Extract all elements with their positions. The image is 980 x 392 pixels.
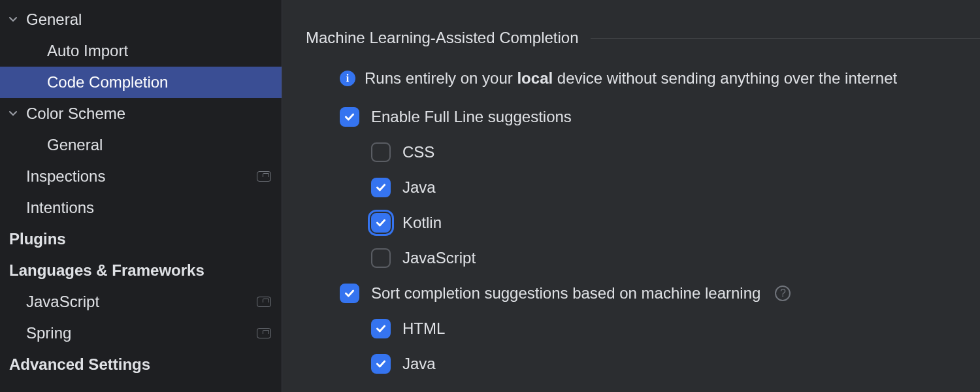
language-checkbox-row: Kotlin bbox=[371, 213, 980, 233]
settings-sidebar: GeneralAuto ImportCode CompletionColor S… bbox=[0, 0, 282, 392]
help-icon[interactable]: ? bbox=[775, 286, 791, 301]
info-icon: i bbox=[340, 71, 355, 86]
checkbox[interactable] bbox=[371, 213, 391, 233]
checkbox-label: Enable Full Line suggestions bbox=[371, 108, 572, 126]
sidebar-item[interactable]: Auto Import bbox=[0, 35, 282, 67]
section-header: Machine Learning-Assisted Completion bbox=[306, 29, 980, 47]
chevron-down-icon bbox=[8, 108, 18, 119]
checkbox[interactable] bbox=[371, 142, 391, 162]
checkbox[interactable] bbox=[371, 354, 391, 374]
language-checkbox-row: HTML bbox=[371, 319, 980, 338]
sidebar-item-label: Plugins bbox=[9, 230, 271, 248]
sidebar-item[interactable]: Plugins bbox=[0, 223, 282, 255]
sidebar-item[interactable]: Languages & Frameworks bbox=[0, 255, 282, 286]
section-title: Machine Learning-Assisted Completion bbox=[306, 29, 579, 47]
sidebar-item-label: General bbox=[26, 10, 271, 29]
checkbox-label: CSS bbox=[402, 143, 434, 161]
sidebar-item-label: Advanced Settings bbox=[9, 355, 271, 374]
sort-ml-row: Sort completion suggestions based on mac… bbox=[340, 284, 980, 303]
checkbox[interactable] bbox=[340, 284, 359, 303]
sidebar-item[interactable]: JavaScript bbox=[0, 286, 282, 318]
scope-badge-icon bbox=[257, 328, 271, 338]
language-checkbox-row: CSS bbox=[371, 142, 980, 162]
sidebar-item-label: Languages & Frameworks bbox=[9, 261, 271, 280]
checkbox-label: Java bbox=[402, 355, 436, 373]
language-checkbox-row: Java bbox=[371, 178, 980, 197]
checkbox-label: Kotlin bbox=[402, 214, 442, 232]
sidebar-item-label: Auto Import bbox=[47, 42, 271, 60]
checkbox[interactable] bbox=[371, 319, 391, 338]
checkbox[interactable] bbox=[371, 248, 391, 268]
divider bbox=[591, 38, 980, 39]
language-checkbox-row: JavaScript bbox=[371, 248, 980, 268]
checkbox[interactable] bbox=[340, 107, 359, 127]
settings-panel: Machine Learning-Assisted Completion i R… bbox=[282, 0, 980, 392]
sidebar-item-label: Intentions bbox=[26, 199, 271, 217]
sidebar-item[interactable]: Inspections bbox=[0, 161, 282, 192]
info-text: Runs entirely on your local device witho… bbox=[365, 69, 897, 88]
sidebar-item-label: Inspections bbox=[26, 167, 257, 186]
checkbox[interactable] bbox=[371, 178, 391, 197]
sidebar-item[interactable]: Advanced Settings bbox=[0, 349, 282, 380]
sidebar-item[interactable]: General bbox=[0, 4, 282, 35]
checkbox-label: HTML bbox=[402, 319, 445, 338]
sidebar-item[interactable]: Intentions bbox=[0, 192, 282, 223]
sidebar-item[interactable]: Color Scheme bbox=[0, 98, 282, 129]
info-row: i Runs entirely on your local device wit… bbox=[340, 69, 980, 88]
sidebar-item-label: General bbox=[47, 136, 271, 154]
sidebar-item-label: Spring bbox=[26, 324, 257, 342]
language-checkbox-row: Java bbox=[371, 354, 980, 374]
checkbox-label: Java bbox=[402, 178, 436, 197]
sidebar-item[interactable]: Spring bbox=[0, 318, 282, 349]
checkbox-label: JavaScript bbox=[402, 249, 476, 267]
sidebar-item-label: JavaScript bbox=[26, 293, 257, 311]
scope-badge-icon bbox=[257, 297, 271, 307]
sidebar-item[interactable]: General bbox=[0, 129, 282, 161]
checkbox-label: Sort completion suggestions based on mac… bbox=[371, 284, 760, 302]
sidebar-item-label: Code Completion bbox=[47, 73, 271, 91]
enable-full-line-row: Enable Full Line suggestions bbox=[340, 107, 980, 127]
sidebar-item-label: Color Scheme bbox=[26, 105, 271, 123]
scope-badge-icon bbox=[257, 171, 271, 182]
sidebar-item[interactable]: Code Completion bbox=[0, 67, 282, 98]
chevron-down-icon bbox=[8, 14, 18, 25]
